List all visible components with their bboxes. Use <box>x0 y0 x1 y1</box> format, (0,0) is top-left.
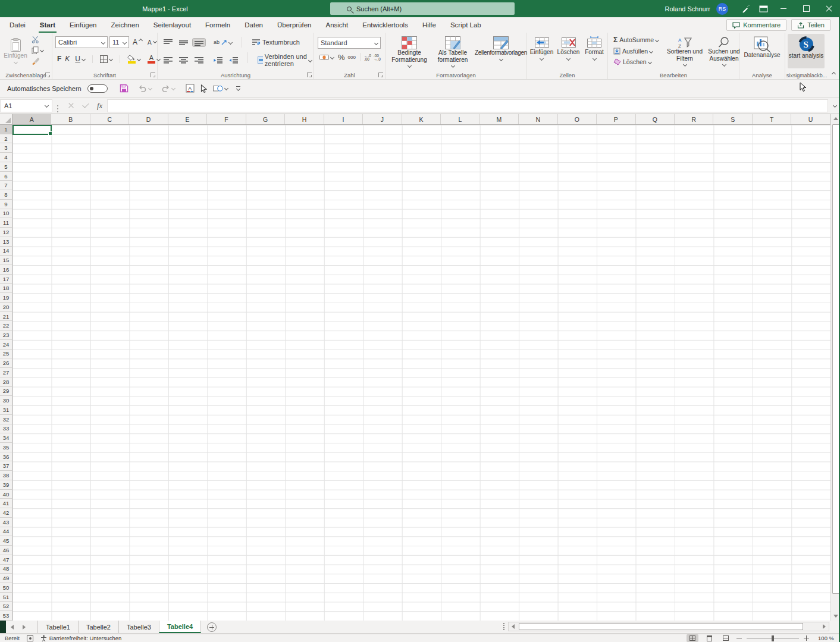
fill-button[interactable]: Ausfüllen <box>612 47 660 55</box>
cells-area[interactable] <box>12 125 830 621</box>
tab-hilfe[interactable]: Hilfe <box>415 17 443 33</box>
data-analysis-button[interactable]: Datenanalyse <box>741 34 783 59</box>
align-top-button[interactable] <box>162 39 174 46</box>
column-header-t[interactable]: T <box>753 114 791 124</box>
column-header-b[interactable]: B <box>51 114 90 124</box>
formula-input[interactable] <box>107 99 828 112</box>
row-header-53[interactable]: 53 <box>0 611 12 621</box>
row-header-11[interactable]: 11 <box>0 218 12 228</box>
maximize-button[interactable] <box>795 0 817 17</box>
row-header-10[interactable]: 10 <box>0 209 12 219</box>
alignment-dialog-launcher[interactable] <box>307 73 312 77</box>
tab-datei[interactable]: Datei <box>2 17 33 33</box>
paste-button[interactable]: Einfügen <box>2 35 29 65</box>
grow-font-button[interactable]: A <box>131 37 144 47</box>
tab-scroll-splitter[interactable] <box>503 623 504 630</box>
row-header-15[interactable]: 15 <box>0 256 12 265</box>
sheet-tab-tabelle2[interactable]: Tabelle2 <box>78 621 119 633</box>
tab-einfügen[interactable]: Einfügen <box>62 17 104 33</box>
row-header-31[interactable]: 31 <box>0 405 12 415</box>
conditional-formatting-button[interactable]: Bedingte Formatierung <box>387 34 432 67</box>
row-header-52[interactable]: 52 <box>0 602 12 611</box>
select-objects-button[interactable] <box>200 84 207 93</box>
font-size-select[interactable]: 11 <box>109 36 129 48</box>
clear-button[interactable]: Löschen <box>612 58 660 66</box>
tab-daten[interactable]: Daten <box>237 17 270 33</box>
normal-view-button[interactable] <box>687 634 698 642</box>
column-header-q[interactable]: Q <box>636 114 675 124</box>
tab-seitenlayout[interactable]: Seitenlayout <box>146 17 198 33</box>
redo-button[interactable] <box>161 84 175 92</box>
cell-styles-button[interactable]: Zellenformatvorlagen <box>474 34 528 67</box>
row-header-25[interactable]: 25 <box>0 350 12 359</box>
borders-button[interactable] <box>98 55 114 64</box>
sort-filter-button[interactable]: A Z Sortieren und Filtern <box>665 34 704 66</box>
zoom-level[interactable]: 100 % <box>814 635 834 641</box>
formula-bar-splitter[interactable] <box>57 105 58 106</box>
page-layout-view-button[interactable] <box>703 634 715 642</box>
collapse-ribbon-icon[interactable] <box>832 72 836 76</box>
wrap-text-button[interactable]: Textumbruch <box>250 38 302 46</box>
row-header-5[interactable]: 5 <box>0 162 12 172</box>
column-header-p[interactable]: P <box>597 114 635 124</box>
scroll-left-button[interactable] <box>509 624 518 629</box>
row-header-33[interactable]: 33 <box>0 424 12 434</box>
row-header-9[interactable]: 9 <box>0 200 12 209</box>
orientation-button[interactable]: ab <box>212 39 234 46</box>
find-select-button[interactable]: Suchen und Auswählen <box>704 34 744 66</box>
row-header-49[interactable]: 49 <box>0 574 12 583</box>
start-analysis-button[interactable]: S start analysis <box>788 34 825 68</box>
next-sheet-button[interactable] <box>18 621 30 633</box>
enter-icon[interactable] <box>82 101 89 108</box>
sheet-tab-tabelle1[interactable]: Tabelle1 <box>37 621 79 633</box>
horizontal-scrollbar[interactable] <box>508 622 829 631</box>
undo-button[interactable] <box>138 84 152 92</box>
column-header-r[interactable]: R <box>675 114 713 124</box>
row-header-34[interactable]: 34 <box>0 433 12 443</box>
column-header-n[interactable]: N <box>519 114 557 124</box>
align-bottom-button[interactable] <box>193 39 205 46</box>
tab-script-lab[interactable]: Script Lab <box>443 17 488 33</box>
cut-button[interactable] <box>30 35 45 44</box>
insert-function-button[interactable]: fx <box>97 101 102 111</box>
font-family-select[interactable]: Calibri <box>55 36 108 48</box>
row-header-16[interactable]: 16 <box>0 265 12 275</box>
row-header-28[interactable]: 28 <box>0 377 12 387</box>
align-middle-button[interactable] <box>177 39 190 46</box>
row-header-2[interactable]: 2 <box>0 134 12 144</box>
avatar[interactable]: RS <box>716 3 728 15</box>
row-header-48[interactable]: 48 <box>0 565 12 574</box>
accessibility-checker-button[interactable]: A <box>186 84 195 93</box>
row-header-26[interactable]: 26 <box>0 358 12 368</box>
column-header-s[interactable]: S <box>713 114 752 124</box>
row-header-6[interactable]: 6 <box>0 172 12 181</box>
save-button[interactable] <box>120 84 128 93</box>
fill-color-button[interactable] <box>126 54 142 64</box>
row-header-40[interactable]: 40 <box>0 490 12 499</box>
row-header-39[interactable]: 39 <box>0 480 12 490</box>
bold-button[interactable]: F <box>57 55 61 63</box>
format-as-table-button[interactable]: Als Tabelle formatieren <box>432 34 474 67</box>
row-header-1[interactable]: 1 <box>0 125 12 134</box>
row-header-27[interactable]: 27 <box>0 368 12 377</box>
tab-zeichnen[interactable]: Zeichnen <box>104 17 146 33</box>
record-macro-icon[interactable] <box>27 635 33 641</box>
row-header-45[interactable]: 45 <box>0 536 12 546</box>
row-header-8[interactable]: 8 <box>0 190 12 200</box>
row-header-46[interactable]: 46 <box>0 546 12 555</box>
row-header-29[interactable]: 29 <box>0 387 12 396</box>
cancel-icon[interactable] <box>68 102 74 109</box>
tab-formeln[interactable]: Formeln <box>198 17 237 33</box>
row-header-20[interactable]: 20 <box>0 303 12 312</box>
row-header-3[interactable]: 3 <box>0 143 12 153</box>
tab-ansicht[interactable]: Ansicht <box>319 17 356 33</box>
column-header-f[interactable]: F <box>207 114 246 124</box>
align-left-button[interactable] <box>162 56 174 64</box>
merge-center-button[interactable]: Verbinden und zentrieren <box>256 52 314 68</box>
zoom-slider[interactable] <box>747 638 799 638</box>
minimize-button[interactable] <box>772 0 795 17</box>
copy-button[interactable] <box>30 46 45 55</box>
column-header-h[interactable]: H <box>285 114 324 124</box>
decrease-indent-button[interactable] <box>212 56 224 64</box>
increase-decimal-button[interactable]: ←.0 .00 <box>364 54 371 61</box>
